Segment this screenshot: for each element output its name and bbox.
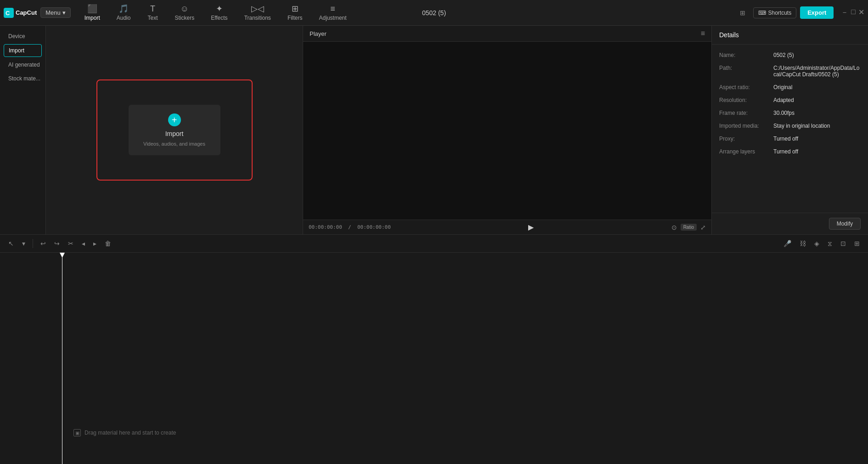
- source-nav-stock-mate[interactable]: Stock mate...: [4, 73, 42, 85]
- detail-row: Imported media: Stay in original locatio…: [719, 123, 861, 129]
- tab-transitions[interactable]: ▷◁ Transitions: [236, 2, 279, 24]
- maximize-icon[interactable]: □: [851, 8, 856, 17]
- detail-row: Resolution: Adapted: [719, 97, 861, 103]
- app-name: CapCut: [16, 9, 37, 16]
- timecode: 00:00:00:00 / 00:00:00:00: [309, 224, 391, 230]
- timeline-next-frame-button[interactable]: ▸: [90, 238, 99, 249]
- detail-row: Proxy: Turned off: [719, 136, 861, 142]
- import-sublabel: Videos, audios, and images: [143, 141, 205, 147]
- detail-row: Name: 0502 (5): [719, 52, 861, 58]
- detail-row: Aspect ratio: Original: [719, 84, 861, 91]
- detail-value: 0502 (5): [773, 52, 861, 58]
- main-layout: DeviceImportAI generatedStock mate... + …: [0, 26, 868, 464]
- logo-area: C CapCut: [4, 8, 37, 18]
- player-right-controls: ⊙ Ratio ⤢: [671, 224, 706, 231]
- tab-stickers-label: Stickers: [175, 15, 194, 21]
- tab-import[interactable]: ⬛ Import: [76, 2, 108, 24]
- timeline-split-button[interactable]: ✂: [65, 238, 76, 249]
- player-controls: 00:00:00:00 / 00:00:00:00 ▶ ⊙ Ratio ⤢: [303, 220, 711, 234]
- player-panel: Player ≡ 00:00:00:00 / 00:00:00:00 ▶ ⊙ R…: [303, 26, 712, 234]
- tab-import-label: Import: [85, 15, 100, 21]
- detail-label: Proxy:: [719, 136, 770, 142]
- tab-effects-label: Effects: [211, 15, 227, 21]
- timeline-expand-button[interactable]: ⊞: [851, 238, 862, 249]
- source-nav-ai-generated[interactable]: AI generated: [4, 59, 42, 71]
- detail-value: 30.00fps: [773, 110, 861, 116]
- fullscreen-icon[interactable]: ⤢: [700, 224, 706, 231]
- source-nav-device[interactable]: Device: [4, 30, 42, 42]
- tab-filters-icon: ⊞: [292, 5, 299, 13]
- source-nav-import[interactable]: Import: [4, 44, 42, 57]
- import-inner-box: + Import Videos, audios, and images: [129, 105, 220, 155]
- timeline-mic-button[interactable]: 🎤: [781, 238, 794, 249]
- import-plus-icon: +: [168, 113, 181, 126]
- timeline-select-button[interactable]: ↖: [6, 238, 17, 249]
- import-label: Import: [165, 130, 184, 137]
- detail-label: Arrange layers: [719, 148, 770, 155]
- timeline-delete-button[interactable]: 🗑: [102, 238, 114, 249]
- close-icon[interactable]: ✕: [858, 8, 864, 17]
- timeline-magnet1-button[interactable]: ◈: [812, 238, 822, 249]
- shortcuts-button[interactable]: ⌨ Shortcuts: [753, 7, 796, 18]
- zoom-to-fit-icon[interactable]: ⊙: [671, 224, 677, 231]
- lower-panels: ↖▾↩↪✂◂▸🗑🎤⛓◈⧖⊡⊞ ▣ Drag material here and …: [0, 234, 868, 464]
- toolbar-tabs: ⬛ Import 🎵 Audio T Text ☺ Stickers ✦ Eff…: [71, 2, 740, 24]
- detail-label: Aspect ratio:: [719, 84, 770, 91]
- tab-filters-label: Filters: [287, 15, 303, 21]
- detail-label: Frame rate:: [719, 110, 770, 116]
- media-area: + Import Videos, audios, and images: [46, 26, 303, 234]
- svg-text:C: C: [6, 10, 10, 17]
- capcut-logo-icon: C: [4, 8, 14, 18]
- timeline-redo-button[interactable]: ↪: [51, 238, 62, 249]
- play-button[interactable]: ▶: [528, 223, 534, 232]
- tab-transitions-icon: ▷◁: [251, 5, 264, 13]
- tab-import-icon: ⬛: [87, 5, 97, 13]
- timeline-magnet3-button[interactable]: ⊡: [838, 238, 849, 249]
- window-buttons: － □ ✕: [841, 8, 864, 17]
- drag-hint-icon: ▣: [73, 429, 81, 436]
- detail-value: Turned off: [773, 148, 861, 155]
- export-button[interactable]: Export: [800, 6, 834, 19]
- details-panel: Details Name: 0502 (5) Path: C:/Users/Ad…: [712, 26, 868, 234]
- project-title: 0502 (5): [422, 9, 446, 17]
- details-header: Details: [712, 26, 868, 45]
- tab-filters[interactable]: ⊞ Filters: [279, 2, 311, 24]
- detail-row: Frame rate: 30.00fps: [719, 110, 861, 116]
- tab-audio[interactable]: 🎵 Audio: [108, 2, 139, 24]
- detail-row: Path: C:/Users/Administrator/AppData/Loc…: [719, 65, 861, 78]
- tab-adjustment[interactable]: ≡ Adjustment: [311, 2, 355, 24]
- timeline-link-button[interactable]: ⛓: [797, 238, 809, 249]
- ratio-badge[interactable]: Ratio: [681, 224, 697, 231]
- drag-hint: ▣ Drag material here and start to create: [73, 429, 176, 436]
- timeline-undo-button[interactable]: ↩: [38, 238, 49, 249]
- detail-label: Resolution:: [719, 97, 770, 103]
- timeline-cursor-head: [60, 253, 65, 258]
- menu-label: Menu: [45, 9, 61, 16]
- tab-effects[interactable]: ✦ Effects: [203, 2, 236, 24]
- detail-label: Path:: [719, 65, 770, 78]
- topbar: C CapCut Menu ▾ ⬛ Import 🎵 Audio T Text …: [0, 0, 868, 26]
- minimize-icon[interactable]: －: [841, 8, 848, 17]
- details-footer: Modify: [712, 213, 868, 234]
- tab-text-icon: T: [150, 5, 155, 13]
- right-controls: ⊞ ⌨ Shortcuts Export － □ ✕: [739, 6, 864, 19]
- timeline-magnet2-button[interactable]: ⧖: [825, 238, 835, 249]
- layout-icon[interactable]: ⊞: [739, 10, 746, 16]
- timeline-prev-frame-button[interactable]: ◂: [79, 238, 88, 249]
- player-title: Player: [310, 30, 327, 37]
- timeline-dropdown-button[interactable]: ▾: [19, 238, 28, 249]
- menu-button[interactable]: Menu ▾: [40, 7, 71, 18]
- tab-text[interactable]: T Text: [139, 2, 166, 24]
- detail-value: C:/Users/Administrator/AppData/Local/Cap…: [773, 65, 861, 78]
- tab-adjustment-label: Adjustment: [319, 15, 347, 21]
- timeline-cursor: [62, 253, 62, 464]
- detail-row: Arrange layers Turned off: [719, 148, 861, 155]
- player-menu-icon[interactable]: ≡: [701, 29, 705, 38]
- detail-value: Turned off: [773, 136, 861, 142]
- modify-button[interactable]: Modify: [829, 218, 861, 230]
- import-drop-zone[interactable]: + Import Videos, audios, and images: [96, 79, 253, 181]
- tab-stickers[interactable]: ☺ Stickers: [166, 2, 203, 24]
- detail-value: Adapted: [773, 97, 861, 103]
- timeline-toolbar: ↖▾↩↪✂◂▸🗑🎤⛓◈⧖⊡⊞: [0, 234, 868, 253]
- keyboard-icon: ⌨: [758, 10, 766, 16]
